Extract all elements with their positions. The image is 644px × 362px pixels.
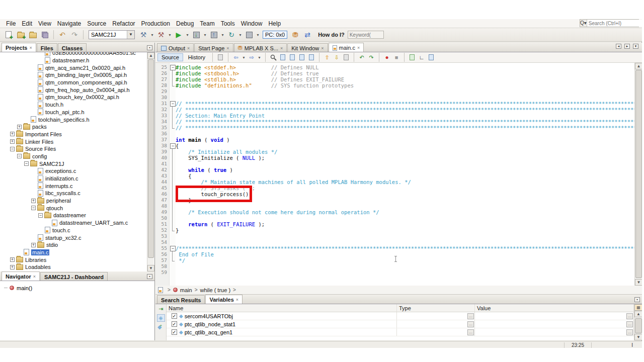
expand-icon[interactable]: + (10, 139, 15, 144)
tree-item-source-files[interactable]: −Source Files (0, 145, 154, 153)
build-button-dropdown[interactable]: ▾ (150, 33, 154, 37)
type-ellipsis-button[interactable]: … (467, 321, 474, 327)
reset-button[interactable]: ↻ (226, 29, 237, 40)
tab-output[interactable]: Output× (157, 43, 194, 52)
value-ellipsis-button[interactable]: … (626, 321, 633, 327)
tree-item-qtm-acq-samc21-0x0020-api-h[interactable]: qtm_acq_samc21_0x0020_api.h (0, 64, 154, 71)
scroll-up-icon[interactable]: ▲ (634, 311, 642, 317)
menu-production[interactable]: Production (138, 20, 173, 28)
tree-item-03eb00000000000000aa5501-sc[interactable]: 03EB00000000000000AA5501.sc (0, 52, 154, 57)
tab-projects[interactable]: Projects× (2, 43, 36, 52)
breadcrumb-item-main[interactable]: main (180, 287, 192, 293)
tab-classes[interactable]: Classes (58, 43, 87, 52)
tab-samc21j-dashboard[interactable]: SAMC21J - Dashboard (40, 272, 108, 281)
value-ellipsis-button[interactable]: … (626, 329, 633, 335)
menu-file[interactable]: File (3, 20, 19, 28)
code-fold-margin[interactable] (170, 63, 176, 286)
variable-row-ptc_qtlib_node_stat1[interactable]: ✓◆ptc_qtlib_node_stat1…… (167, 320, 634, 328)
import-button[interactable]: ⇄ (302, 29, 313, 40)
tab-variables[interactable]: Variables× (205, 295, 243, 304)
tab-mplab-x-s-[interactable]: ⛃MPLAB X S...× (234, 43, 287, 52)
code-lines[interactable]: #include <stddef.h> // Defines NULL#incl… (176, 63, 634, 286)
scroll-down-icon[interactable]: ▼ (635, 279, 642, 286)
previous-bookmark-icon[interactable]: ⇧ (323, 54, 331, 61)
checkbox-checked[interactable]: ✓ (172, 321, 177, 327)
tree-item-samc21j[interactable]: −SAMC21J (0, 160, 154, 167)
tree-item-config[interactable]: −config (0, 153, 154, 160)
dropdown-icon[interactable]: ▾ (257, 55, 262, 60)
keyword-input[interactable] (348, 31, 384, 39)
tree-item-datastreamer-uart-sam-c[interactable]: datastreamer_UART_sam.c (0, 219, 154, 227)
next-bookmark-icon[interactable]: ⇩ (333, 54, 341, 61)
quick-search[interactable]: Q▾ (580, 19, 639, 27)
expand-icon[interactable]: + (10, 265, 15, 269)
tree-item-qtm-common-components-api-h[interactable]: qtm_common_components_api.h (0, 79, 154, 86)
find-previous-icon[interactable] (298, 54, 306, 61)
projects-scrollbar[interactable]: ▲ ▼ (147, 52, 154, 272)
value-ellipsis-button[interactable]: … (626, 313, 633, 319)
menu-refactor[interactable]: Refactor (109, 20, 138, 28)
table-options-icon[interactable]: ▦ (634, 304, 642, 311)
menu-help[interactable]: Help (265, 20, 284, 28)
tab-kit-window[interactable]: Kit Window× (287, 43, 328, 52)
program-target-button[interactable]: ↓ (191, 29, 202, 40)
tree-item-startup-xc32-c[interactable]: startup_xc32.c (0, 234, 154, 241)
debug-tool-button[interactable] (244, 29, 255, 40)
tree-item-touch-c[interactable]: touch.c (0, 227, 154, 234)
tree-item-exceptions-c[interactable]: exceptions.c (0, 167, 154, 175)
last-edited-icon[interactable] (216, 54, 224, 61)
toggle-bookmark-icon[interactable] (342, 54, 350, 61)
expand-icon[interactable]: + (17, 125, 22, 129)
column-header-value[interactable]: Value (475, 304, 634, 312)
fold-collapse-icon[interactable] (170, 245, 176, 251)
collapse-icon[interactable]: − (38, 213, 43, 218)
scroll-up-icon[interactable]: ▲ (147, 52, 154, 59)
checkbox-checked[interactable]: ✓ (172, 329, 177, 335)
tree-item-linker-files[interactable]: +Linker Files (0, 138, 154, 145)
tree-item-libraries[interactable]: +Libraries (0, 256, 154, 263)
go-to-header-icon[interactable] (427, 54, 435, 61)
stop-macro-icon[interactable]: ■ (392, 54, 400, 61)
close-icon[interactable]: × (357, 45, 360, 50)
save-all-button[interactable] (39, 29, 50, 40)
uncomment-icon[interactable]: ∟ (418, 54, 426, 61)
debug-tool-button-dropdown[interactable]: ▾ (256, 33, 260, 37)
tree-item-qtm-touch-key-0x0002-api-h[interactable]: qtm_touch_key_0x0002_api.h (0, 94, 154, 101)
clean-build-button-dropdown[interactable]: ▾ (168, 33, 172, 37)
expand-icon[interactable]: + (31, 199, 36, 203)
scrollbar-thumb[interactable] (635, 318, 642, 333)
find-next-icon[interactable] (288, 54, 296, 61)
device-combo[interactable]: SAMC21J▼ (89, 30, 135, 39)
run-button-dropdown[interactable]: ▾ (185, 33, 190, 37)
tree-item-qtouch[interactable]: −qtouch (0, 204, 154, 212)
tree-item-touch-h[interactable]: touch.h (0, 101, 154, 109)
scroll-down-icon[interactable]: ▼ (147, 265, 154, 272)
open-project-button[interactable] (27, 29, 38, 40)
tree-item-packs[interactable]: +packs (0, 123, 154, 131)
back-icon[interactable]: ⇦ (232, 54, 240, 61)
tree-item-touch-api-ptc-h[interactable]: touch_api_ptc.h (0, 109, 154, 116)
history-view-button[interactable]: History (185, 54, 209, 61)
new-watch-icon[interactable]: ◆+ (157, 323, 165, 331)
new-file-button[interactable] (3, 29, 14, 40)
close-icon[interactable]: × (33, 274, 36, 279)
tab-navigator[interactable]: Navigator× (2, 272, 40, 281)
forward-icon[interactable]: ⇨ (248, 54, 256, 61)
tab-files[interactable]: Files (37, 43, 57, 52)
run-button[interactable]: ▶ (173, 29, 184, 40)
expand-icon[interactable]: + (10, 132, 15, 136)
dropdown-icon[interactable]: ▾ (242, 55, 246, 60)
build-button[interactable]: ⚒ (138, 29, 149, 40)
undo-button[interactable]: ↶ (57, 29, 68, 40)
scroll-tabs-left-icon[interactable]: ◂ (616, 44, 621, 49)
tree-item-libc-syscalls-c[interactable]: libc_syscalls.c (0, 190, 154, 197)
close-icon[interactable]: × (321, 46, 324, 51)
close-icon[interactable]: × (29, 45, 32, 50)
shift-right-icon[interactable]: ↷ (367, 54, 375, 61)
fold-collapse-icon[interactable] (170, 143, 176, 149)
checkbox-checked[interactable]: ✓ (172, 313, 177, 319)
navigator-item-main[interactable]: main() (17, 285, 32, 291)
find-icon[interactable] (269, 54, 277, 61)
menu-tools[interactable]: Tools (218, 20, 238, 28)
find-selection-icon[interactable] (279, 54, 287, 61)
